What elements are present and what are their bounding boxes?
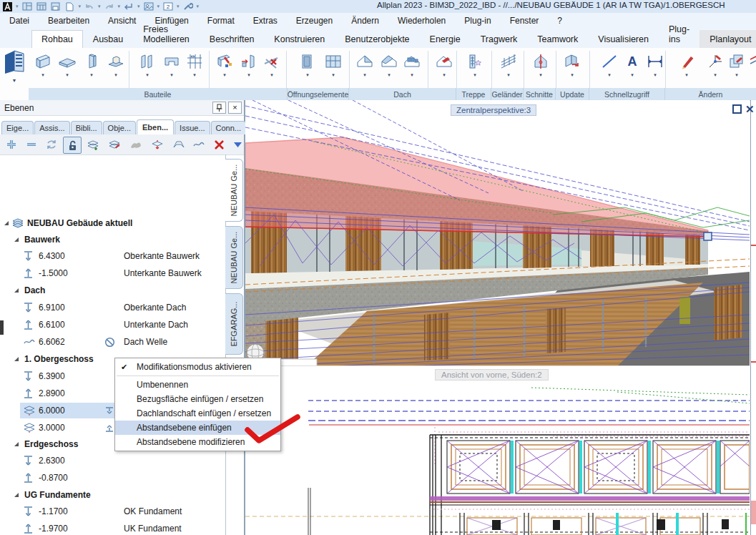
- stair-icon[interactable]: ▾: [463, 51, 486, 82]
- dimension-icon[interactable]: ▾: [644, 51, 667, 82]
- menu-item-umbenennen[interactable]: Umbenennen: [115, 378, 280, 392]
- dropdown-icon[interactable]: ▾: [177, 4, 180, 9]
- tree-row-level[interactable]: 6.4300 Oberkante Bauwerk: [0, 247, 225, 265]
- expander-icon[interactable]: [13, 486, 21, 504]
- dropdown-icon[interactable]: ▾: [16, 4, 19, 9]
- delete-icon[interactable]: [210, 137, 227, 152]
- new-doc-icon[interactable]: [64, 1, 76, 11]
- tools-icon[interactable]: [182, 1, 194, 11]
- dropdown-icon[interactable]: ▾: [137, 4, 140, 9]
- section-icon[interactable]: ▾: [529, 51, 552, 82]
- menu-wiederholen[interactable]: Wiederholen: [388, 13, 455, 28]
- menu-hilfe[interactable]: ?: [548, 13, 571, 28]
- modify-wall-icon[interactable]: ▾: [213, 51, 236, 82]
- ribbon-tab-energie[interactable]: Energie: [420, 30, 471, 48]
- double-wall-icon[interactable]: ▾: [136, 51, 159, 82]
- expander-icon[interactable]: [13, 350, 21, 368]
- palette-title-bar[interactable]: Ebenen ×: [0, 100, 244, 116]
- more-dropdown-icon[interactable]: [229, 137, 246, 152]
- roof-plane-icon[interactable]: ▾: [353, 51, 376, 82]
- add-level-icon[interactable]: [3, 137, 20, 152]
- door-icon[interactable]: ▾: [296, 51, 319, 82]
- tab-issues[interactable]: Issue...: [175, 121, 210, 134]
- expander-icon[interactable]: [13, 436, 21, 453]
- close-icon[interactable]: ×: [228, 102, 242, 114]
- tree-row-level[interactable]: -1.9700 UK Fundament: [0, 520, 225, 535]
- viewport-label-ansicht-sueden[interactable]: Ansicht von vorne, Süden:2: [435, 369, 549, 381]
- ribbon-tab-rohbau[interactable]: Rohbau: [31, 30, 83, 48]
- menu-item-modifikationsmodus[interactable]: ✔ Modifikationsmodus aktivieren: [115, 360, 280, 374]
- menu-format[interactable]: Format: [198, 13, 244, 28]
- ribbon-tab-tragwerk[interactable]: Tragwerk: [471, 30, 528, 48]
- viewport-3d-zentralperspektive[interactable]: [245, 100, 750, 366]
- tab-ebenen[interactable]: Eben...: [137, 119, 174, 134]
- ribbon-tab-ausbau[interactable]: Ausbau: [83, 30, 133, 48]
- modify-roof-icon[interactable]: ▾: [433, 51, 456, 82]
- close-icon[interactable]: ✕: [745, 105, 755, 114]
- dropdown-icon[interactable]: ▼: [1, 78, 27, 84]
- tab-eigenschaften[interactable]: Eige...: [1, 121, 34, 134]
- ribbon-tab-konstruieren[interactable]: Konstruieren: [264, 30, 335, 48]
- dropdown-icon[interactable]: ▾: [157, 4, 160, 9]
- pin-icon[interactable]: [212, 102, 226, 114]
- dock-handle[interactable]: [0, 320, 4, 335]
- dropdown-icon[interactable]: ▾: [98, 4, 101, 9]
- tree-row-root[interactable]: NEUBAU Gebäude aktuell: [0, 215, 225, 232]
- dropdown-icon[interactable]: ▾: [197, 4, 200, 9]
- menu-item-bezugsflaeche[interactable]: Bezugsfläche einfügen / ersetzen: [115, 392, 280, 406]
- window-icon[interactable]: ▾: [322, 51, 345, 82]
- remove-level-icon[interactable]: [23, 137, 40, 152]
- tree-row-level[interactable]: 2.6300: [0, 452, 225, 469]
- expander-icon[interactable]: [13, 231, 21, 248]
- railing-icon[interactable]: ▾: [497, 51, 520, 82]
- tab-objekte[interactable]: Obje...: [103, 121, 136, 134]
- ribbon-tab-beschriften[interactable]: Beschriften: [200, 30, 265, 48]
- text-icon[interactable]: A▾: [621, 51, 644, 82]
- split-level-icon[interactable]: [149, 137, 166, 152]
- menu-bearbeiten[interactable]: Bearbeiten: [39, 13, 99, 28]
- viewport-label-zentralperspektive[interactable]: Zentralperspektive:3: [451, 104, 536, 116]
- modify-pencil-icon[interactable]: ▾: [675, 51, 698, 82]
- wall-icon[interactable]: ▾: [31, 51, 54, 82]
- ribbon-tab-planlayout[interactable]: Planlayout: [699, 30, 756, 48]
- side-tab-neubau-1[interactable]: NEUBAU Ge...: [225, 159, 243, 222]
- wave-icon[interactable]: [190, 137, 207, 152]
- sync-icon[interactable]: [43, 137, 60, 152]
- side-tab-efgarage[interactable]: EFGARAG...: [225, 293, 243, 355]
- ribbon-tab-freies-modellieren[interactable]: Freies Modellieren: [133, 20, 200, 48]
- render-icon[interactable]: [143, 1, 154, 11]
- repeat-icon[interactable]: [123, 1, 134, 11]
- properties-palette-icon[interactable]: ▼: [1, 49, 27, 89]
- ribbon-tab-teamwork[interactable]: Teamwork: [527, 30, 588, 48]
- roof-covering-icon[interactable]: ▾: [378, 51, 401, 82]
- menu-datei[interactable]: Datei: [0, 13, 39, 28]
- undo-icon[interactable]: [84, 1, 95, 11]
- ribbon-tab-visualisieren[interactable]: Visualisieren: [588, 30, 659, 48]
- save-icon[interactable]: [50, 1, 62, 11]
- update-3d-icon[interactable]: ▾: [561, 51, 584, 82]
- menu-fenster[interactable]: Fenster: [501, 13, 549, 28]
- tree-row-level[interactable]: -1.5000 Unterkante Bauwerk: [0, 265, 225, 282]
- delete-axis-icon[interactable]: ▾: [260, 51, 283, 82]
- axis-grid-icon[interactable]: ▾: [183, 51, 206, 82]
- page-2-icon[interactable]: 2: [162, 1, 174, 11]
- tree-row-level[interactable]: -1.1700 OK Fundament: [0, 503, 225, 520]
- copy-edit-icon[interactable]: ▾: [725, 51, 748, 82]
- tab-bibliothek[interactable]: Bibli...: [71, 121, 102, 134]
- dropdown-icon[interactable]: ▾: [79, 4, 82, 9]
- table-icon[interactable]: [36, 1, 47, 11]
- tab-connect[interactable]: Conn...: [211, 121, 246, 134]
- tree-row-level[interactable]: 6.9100 Oberkante Dach: [0, 299, 225, 316]
- skylight-icon[interactable]: ▾: [401, 51, 423, 82]
- expander-icon[interactable]: [13, 282, 21, 299]
- tree-row-group[interactable]: UG Fundamente: [0, 486, 225, 504]
- ribbon-tab-benutzerobjekte[interactable]: Benutzerobjekte: [335, 30, 419, 48]
- tree-row-group[interactable]: Dach: [0, 282, 225, 299]
- menu-aendern[interactable]: Ändern: [342, 13, 388, 28]
- expander-icon[interactable]: [3, 215, 11, 232]
- attach-wall-icon[interactable]: ▾: [237, 51, 260, 82]
- ribbon-tab-plugins[interactable]: Plug-ins: [659, 20, 699, 48]
- menu-extras[interactable]: Extras: [244, 13, 287, 28]
- downstand-beam-icon[interactable]: ▾: [160, 51, 183, 82]
- viewport-elevation-sueden[interactable]: [245, 366, 750, 535]
